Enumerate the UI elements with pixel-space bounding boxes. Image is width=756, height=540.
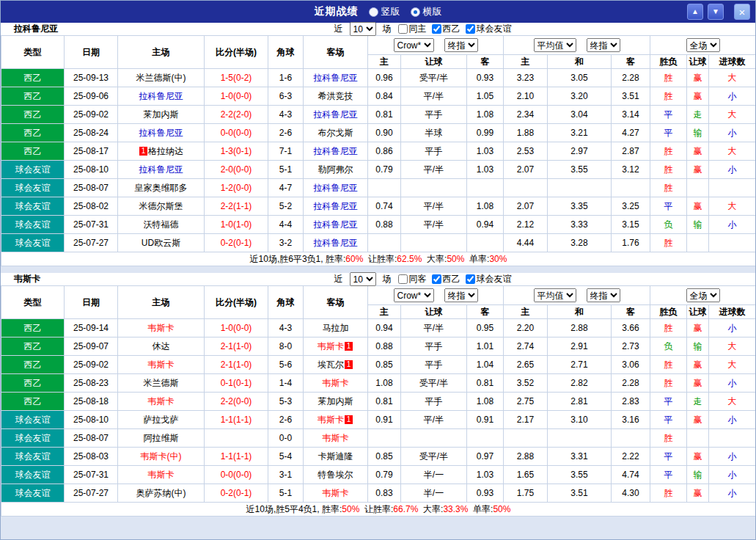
match-count-select[interactable]: 10: [350, 22, 376, 36]
team-link[interactable]: 韦斯卡: [323, 433, 349, 443]
result-cell: 大: [709, 338, 756, 356]
team-link[interactable]: 韦斯卡: [148, 470, 175, 480]
close-button[interactable]: ×: [734, 4, 750, 20]
away-team-cell: 拉科鲁尼亚: [304, 234, 368, 252]
friendly-checkbox-input[interactable]: [466, 24, 475, 34]
friendly-checkbox[interactable]: 球会友谊: [466, 23, 512, 35]
team-link[interactable]: 马拉加: [323, 323, 349, 333]
team-link[interactable]: 韦斯卡: [148, 396, 175, 406]
away-team-cell: 拉科鲁尼亚: [304, 106, 368, 124]
team-link[interactable]: 莱加内斯: [144, 109, 179, 120]
sub-header: 胜负: [650, 305, 687, 319]
team-link[interactable]: 休达: [153, 341, 170, 351]
avg-time-select[interactable]: 终指: [587, 38, 620, 52]
team-link[interactable]: 卡斯迪隆: [318, 451, 353, 461]
team-link[interactable]: 格拉纳达: [148, 146, 183, 156]
avg-odds-cell: 2.91: [548, 338, 612, 356]
result-cell: 赢: [687, 411, 709, 429]
team-link[interactable]: 拉科鲁尼亚: [314, 238, 358, 248]
away-team-cell: 特鲁埃尔: [304, 466, 368, 484]
summary-part: 62.5%: [397, 254, 422, 264]
odds-cell: 平/半: [401, 197, 467, 216]
team-link[interactable]: 米德尔斯堡: [139, 201, 183, 211]
friendly-checkbox[interactable]: 球会友谊: [466, 273, 512, 285]
league-checkbox[interactable]: 西乙: [432, 273, 460, 285]
radio-horizontal-dot: [411, 7, 420, 17]
recent-results-window: 近期战绩 竖版 横版 ▲ ▼ × 拉科鲁尼亚近10场同主西乙球会友谊类型日期主场…: [0, 0, 756, 540]
match-date: 25-08-17: [65, 142, 118, 161]
odds-company-select[interactable]: Crow*: [394, 288, 434, 302]
avg-type-select[interactable]: 平均值: [534, 38, 576, 52]
col-header-date: 日期: [65, 36, 118, 69]
team-link[interactable]: 拉科鲁尼亚: [139, 128, 183, 138]
avg-odds-cell: 3.10: [548, 411, 612, 429]
team-link[interactable]: 拉科鲁尼亚: [139, 164, 183, 175]
same-venue-checkbox-input[interactable]: [398, 274, 408, 284]
period-select[interactable]: 全场: [686, 38, 720, 52]
team-link[interactable]: 特鲁埃尔: [318, 470, 353, 480]
team-link[interactable]: 韦斯卡: [318, 415, 344, 425]
result-cell: 胜: [650, 161, 687, 179]
odds-company-select[interactable]: Crow*: [394, 38, 434, 52]
team-link[interactable]: 韦斯卡: [323, 378, 349, 388]
avg-odds-cell: 3.31: [548, 448, 612, 466]
team-link[interactable]: 皇家奥维耶多: [135, 183, 188, 193]
move-up-button[interactable]: ▲: [687, 4, 703, 20]
odds-cell: [368, 179, 401, 197]
layout-radio-vertical[interactable]: 竖版: [369, 5, 400, 18]
team-link[interactable]: 拉科鲁尼亚: [314, 146, 358, 156]
result-cell: 平: [650, 124, 687, 142]
match-count-select[interactable]: 10: [350, 272, 376, 286]
team-link[interactable]: 韦斯卡: [148, 360, 175, 370]
team-link[interactable]: 拉科鲁尼亚: [314, 73, 358, 83]
score-cell: 1-0(0-0): [205, 87, 268, 106]
team-link[interactable]: 阿拉维斯: [144, 433, 179, 443]
team-link[interactable]: 拉科鲁尼亚: [314, 109, 358, 120]
avg-odds-cell: 2.28: [612, 69, 650, 87]
period-select[interactable]: 全场: [686, 288, 720, 302]
team-link[interactable]: 拉科鲁尼亚: [314, 183, 358, 193]
result-cell: 小: [709, 87, 756, 106]
summary-row: 近10场,胜5平4负1, 胜率:50% 让胜率:66.7% 大率:33.3% 单…: [1, 503, 756, 517]
avg-type-select[interactable]: 平均值: [534, 288, 576, 302]
team-link[interactable]: 韦斯卡: [318, 341, 344, 351]
team-link[interactable]: 萨拉戈萨: [144, 415, 179, 425]
team-link[interactable]: 勒阿弗尔: [318, 164, 353, 175]
league-checkbox-input[interactable]: [432, 274, 441, 284]
avg-odds-cell: 3.55: [548, 161, 612, 179]
filter-near-label: 近: [334, 23, 343, 35]
team-link[interactable]: 希洪竞技: [318, 91, 353, 101]
layout-radio-horizontal[interactable]: 横版: [411, 5, 442, 18]
same-venue-checkbox[interactable]: 同主: [398, 23, 427, 35]
team-link[interactable]: 韦斯卡(中): [141, 451, 182, 461]
team-link[interactable]: 米兰德斯: [144, 378, 179, 388]
match-row: 西乙25-08-171格拉纳达1-3(0-1)7-1拉科鲁尼亚0.86平手1.0…: [1, 142, 756, 161]
result-cell: 胜: [650, 484, 687, 503]
move-down-button[interactable]: ▼: [708, 4, 724, 20]
same-venue-checkbox[interactable]: 同客: [398, 273, 427, 285]
odds-time-select[interactable]: 终指: [444, 288, 478, 302]
friendly-checkbox-input[interactable]: [466, 274, 475, 284]
league-checkbox-input[interactable]: [432, 24, 441, 34]
team-link[interactable]: 拉科鲁尼亚: [314, 201, 358, 211]
odds-time-select[interactable]: 终指: [444, 38, 478, 52]
team-link[interactable]: 米兰德斯(中): [136, 73, 186, 83]
team-link[interactable]: 拉科鲁尼亚: [314, 219, 358, 230]
team-link[interactable]: 埃瓦尔: [318, 360, 344, 370]
team-link[interactable]: 沃特福德: [144, 219, 179, 230]
avg-time-select[interactable]: 终指: [587, 288, 620, 302]
team-link[interactable]: 奥萨苏纳(中): [136, 488, 186, 498]
result-cell: 赢: [687, 197, 709, 216]
team-link[interactable]: UD欧云斯: [142, 238, 180, 248]
team-link[interactable]: 布尔戈斯: [318, 128, 353, 138]
team-link[interactable]: 拉科鲁尼亚: [139, 91, 183, 101]
result-cell: 大: [709, 197, 756, 216]
team-link[interactable]: 韦斯卡: [323, 488, 349, 498]
team-link[interactable]: 韦斯卡: [148, 323, 175, 333]
team-link[interactable]: 莱加内斯: [318, 396, 353, 406]
same-venue-checkbox-input[interactable]: [398, 24, 408, 34]
friendly-checkbox-label: 球会友谊: [477, 23, 512, 35]
avg-odds-cell: 2.97: [548, 142, 612, 161]
league-checkbox[interactable]: 西乙: [432, 23, 460, 35]
result-cell: 平: [650, 411, 687, 429]
